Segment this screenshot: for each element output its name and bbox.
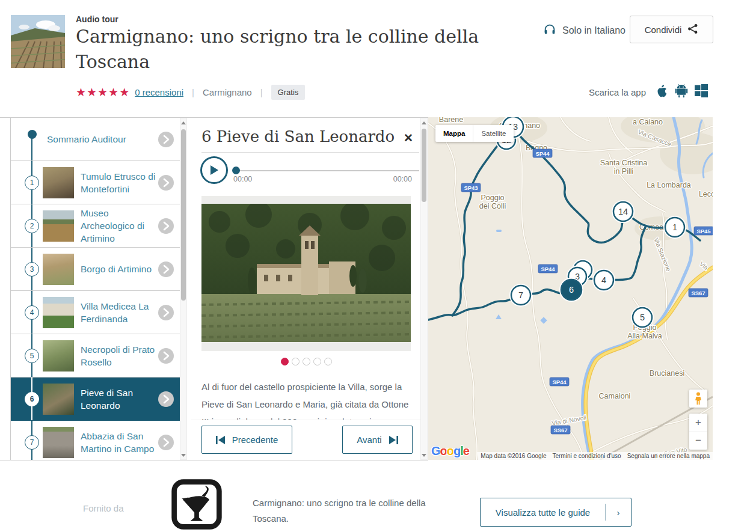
map-marker[interactable]: 14 — [612, 201, 634, 222]
chevron-right-icon[interactable] — [158, 175, 174, 191]
share-button[interactable]: Condividi — [630, 16, 713, 43]
android-icon[interactable] — [675, 84, 688, 100]
stop-thumbnail — [43, 254, 74, 285]
map-type-mappa[interactable]: Mappa — [435, 125, 473, 142]
pegman-button[interactable] — [689, 390, 707, 408]
stop-number-badge: 6 — [25, 392, 39, 406]
audio-tour-page: Audio tour Carmignano: uno scrigno tra l… — [0, 0, 756, 532]
carousel-dot[interactable] — [313, 358, 321, 365]
svg-text:SP44: SP44 — [535, 150, 550, 157]
stop-title: Villa Medicea La Ferdinanda — [81, 291, 160, 334]
map-label: Barene — [439, 117, 463, 124]
sidebar-item-stop-1[interactable]: 1Tumulo Etrusco di Montefortini — [11, 161, 180, 204]
vineyard-photo — [11, 15, 65, 68]
scroll-down-icon[interactable] — [421, 451, 427, 459]
chevron-right-icon[interactable] — [158, 132, 174, 147]
apple-icon[interactable] — [655, 84, 668, 100]
next-stop-button[interactable]: Avanti — [342, 426, 413, 454]
map-marker-selected[interactable]: 6 — [560, 278, 583, 301]
sidebar-item-summary[interactable]: Sommario Auditour — [11, 118, 180, 161]
stop-number-badge: 2 — [25, 219, 39, 233]
meta-separator: | — [260, 87, 263, 97]
sidebar-item-stop-3[interactable]: 3Borgo di Artimino — [11, 248, 180, 291]
stop-description: Al di fuor del castello prospiciente la … — [201, 378, 413, 420]
sidebar-item-stop-7[interactable]: 7Abbazia di San Martino in Campo — [11, 421, 180, 460]
previous-stop-button[interactable]: Precedente — [201, 426, 292, 454]
footer-tour-caption: Carmignano: uno scrigno tra le colline d… — [253, 495, 433, 527]
map-marker[interactable]: 4 — [593, 269, 615, 291]
map-marker[interactable]: 7 — [510, 284, 532, 306]
google-logo-letter: o — [440, 444, 447, 457]
stop-detail-panel: 6 Pieve di San Leonardo ✕ 00:00 00:00 — [191, 118, 420, 460]
chevron-right-icon[interactable] — [158, 435, 174, 450]
zoom-out-button[interactable]: − — [689, 432, 707, 450]
map-attribution: Map data ©2016 Google Termini e condizio… — [478, 451, 713, 460]
detail-scrollbar[interactable] — [420, 118, 428, 460]
stop-title: Borgo di Artimino — [81, 248, 160, 290]
time-total: 00:00 — [393, 175, 412, 183]
map-copyright: Map data ©2016 Google — [478, 452, 549, 460]
chevron-right-icon[interactable] — [158, 391, 174, 407]
carousel-dot[interactable] — [303, 358, 310, 365]
sidebar-scrollbar[interactable] — [180, 118, 187, 460]
play-icon — [209, 165, 219, 176]
map-marker[interactable]: 5 — [632, 307, 653, 328]
scroll-up-icon[interactable] — [421, 119, 427, 126]
price-badge: Gratis — [271, 85, 306, 100]
stop-number-badge: 5 — [25, 349, 39, 363]
headphones-icon — [543, 23, 556, 38]
view-all-guides-button[interactable]: Visualizza tutte le guide › — [480, 498, 632, 527]
close-icon[interactable]: ✕ — [402, 131, 415, 144]
stop-title: Museo Archeologico di Artimino — [81, 204, 160, 247]
svg-text:SS67: SS67 — [691, 290, 705, 296]
carousel-dot[interactable] — [292, 358, 300, 365]
sidebar-item-stop-5[interactable]: 5Necropoli di Prato Rosello — [11, 334, 180, 378]
windows-icon[interactable] — [695, 84, 708, 100]
carousel-dot[interactable] — [324, 358, 332, 365]
scrollbar-thumb[interactable] — [181, 129, 186, 301]
scrollbar-thumb[interactable] — [422, 129, 426, 202]
stop-title: Pieve di San Leonardo — [81, 378, 160, 420]
stop-title: Necropoli di Prato Rosello — [81, 334, 160, 377]
stop-thumbnail — [43, 167, 74, 198]
stop-number-badge: 7 — [25, 435, 39, 450]
scroll-up-icon[interactable] — [180, 119, 186, 126]
time-current: 00:00 — [233, 175, 252, 183]
sidebar-item-stop-4[interactable]: 4Villa Medicea La Ferdinanda — [11, 291, 180, 334]
map-type-satellite[interactable]: Satellite — [473, 125, 514, 142]
language-note: Solo in Italiano — [543, 23, 625, 38]
sidebar-item-stop-6[interactable]: 6Pieve di San Leonardo — [11, 378, 180, 421]
chevron-right-icon[interactable] — [158, 218, 174, 234]
download-app-label: Scarica la app — [589, 87, 646, 97]
zoom-in-button[interactable]: + — [689, 414, 707, 432]
map-marker[interactable]: 1 — [664, 216, 686, 238]
audio-progress-handle[interactable] — [232, 167, 240, 174]
road-badge: SS67 — [551, 426, 570, 434]
audio-progress-track[interactable] — [235, 170, 419, 171]
main-bottom-border — [0, 460, 428, 460]
tour-location: Carmignano — [203, 87, 252, 97]
google-logo[interactable]: Google — [431, 444, 469, 458]
svg-text:14: 14 — [618, 207, 628, 216]
map-terms-link[interactable]: Termini e condizioni d'uso — [549, 452, 624, 460]
svg-text:4: 4 — [601, 275, 606, 285]
chevron-right-icon[interactable] — [158, 305, 174, 320]
play-button[interactable] — [200, 156, 228, 184]
reviews-link[interactable]: 0 recensioni — [135, 87, 183, 97]
map-label: Leccio — [699, 190, 713, 198]
photo-carousel-dots — [201, 358, 411, 365]
meta-separator: | — [192, 87, 194, 97]
stop-number-badge: 1 — [25, 176, 39, 190]
chevron-right-icon[interactable] — [158, 261, 174, 277]
sidebar-item-stop-2[interactable]: 2Museo Archeologico di Artimino — [11, 204, 180, 248]
map-report-link[interactable]: Segnala un errore nella mappa — [624, 452, 713, 460]
map-label: in Pilli — [614, 167, 634, 176]
stop-title: Tumulo Etrusco di Montefortini — [81, 161, 160, 204]
map-label: La Lombarda — [647, 181, 691, 189]
svg-text:6: 6 — [569, 285, 574, 295]
chevron-right-icon[interactable] — [158, 348, 174, 364]
scroll-down-icon[interactable] — [180, 451, 186, 459]
carousel-dot[interactable] — [281, 358, 289, 365]
tour-map[interactable]: BareneCarmignanoBagnoa CaianoVia Casacce… — [428, 117, 713, 460]
title-divider — [201, 152, 419, 153]
